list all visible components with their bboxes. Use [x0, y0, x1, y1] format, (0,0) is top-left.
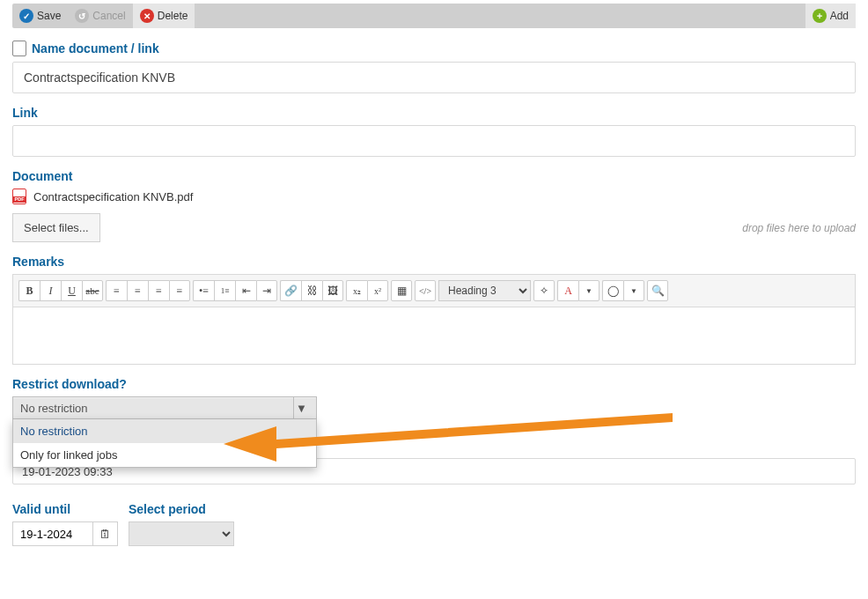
- valid-until-title: Valid until: [12, 502, 118, 516]
- valid-until-input[interactable]: [13, 528, 92, 541]
- subscript-button[interactable]: x₂: [346, 280, 367, 301]
- chevron-down-icon: ▼: [293, 397, 309, 418]
- restrict-dropdown-value: No restriction: [20, 402, 88, 415]
- link-title-text: Link: [12, 106, 38, 120]
- document-icon: [12, 41, 26, 56]
- delete-label: Delete: [158, 10, 188, 22]
- heading-select[interactable]: Heading 3: [438, 280, 531, 301]
- select-files-button[interactable]: Select files...: [12, 213, 100, 242]
- undo-icon: ↺: [75, 9, 89, 23]
- table-button[interactable]: ▦: [391, 280, 412, 301]
- plus-icon: ＋: [813, 9, 827, 23]
- drop-files-hint: drop files here to upload: [742, 222, 856, 234]
- underline-button[interactable]: U: [61, 280, 82, 301]
- ordered-list-button[interactable]: 1≡: [214, 280, 235, 301]
- restrict-dropdown-wrap: No restriction ▼ No restriction Only for…: [12, 396, 317, 419]
- valid-until-input-wrap: 🗓: [12, 521, 118, 546]
- font-color-dropdown[interactable]: ▼: [578, 280, 600, 301]
- document-section-title: Document: [12, 169, 856, 183]
- restrict-dropdown-list: No restriction Only for linked jobs: [12, 419, 317, 468]
- save-label: Save: [37, 10, 61, 22]
- rte-toolbar: B I U abc ≡ ≡ ≡ ≡ •≡ 1≡ ⇤ ⇥ 🔗 ⛓ 🖼: [13, 275, 855, 307]
- save-button[interactable]: ✓ Save: [12, 4, 68, 28]
- align-center-button[interactable]: ≡: [127, 280, 148, 301]
- restrict-title-text: Restrict download?: [12, 377, 127, 391]
- upload-row: Select files... drop files here to uploa…: [12, 213, 856, 242]
- unlink-button[interactable]: ⛓: [301, 280, 322, 301]
- search-button[interactable]: 🔍: [647, 280, 668, 301]
- add-label: Add: [830, 10, 849, 22]
- document-file-row: Contractspecification KNVB.pdf: [12, 189, 856, 204]
- code-button[interactable]: </>: [415, 280, 436, 301]
- image-button[interactable]: 🖼: [322, 280, 343, 301]
- pdf-icon: [12, 189, 26, 204]
- document-filename[interactable]: Contractspecification KNVB.pdf: [33, 190, 193, 203]
- check-icon: ✓: [19, 9, 33, 23]
- delete-button[interactable]: ✕ Delete: [133, 4, 195, 28]
- rich-text-editor: B I U abc ≡ ≡ ≡ ≡ •≡ 1≡ ⇤ ⇥ 🔗 ⛓ 🖼: [12, 274, 856, 365]
- outdent-button[interactable]: ⇤: [235, 280, 256, 301]
- font-color-button[interactable]: A: [557, 280, 578, 301]
- cancel-button[interactable]: ↺ Cancel: [68, 4, 132, 28]
- remarks-title-text: Remarks: [12, 255, 64, 269]
- action-toolbar: ✓ Save ↺ Cancel ✕ Delete ＋ Add: [12, 4, 856, 28]
- restrict-dropdown[interactable]: No restriction ▼: [12, 396, 317, 419]
- clear-format-button[interactable]: ✧: [533, 280, 555, 301]
- restrict-option-no-restriction[interactable]: No restriction: [13, 419, 316, 443]
- restrict-option-linked-jobs[interactable]: Only for linked jobs: [13, 443, 316, 467]
- name-input[interactable]: [12, 62, 856, 93]
- indent-button[interactable]: ⇥: [256, 280, 277, 301]
- link-button[interactable]: 🔗: [280, 280, 301, 301]
- link-section-title: Link: [12, 106, 856, 120]
- document-title-text: Document: [12, 169, 72, 183]
- align-justify-button[interactable]: ≡: [169, 280, 190, 301]
- cancel-label: Cancel: [92, 10, 125, 22]
- period-title-text: Select period: [129, 502, 206, 516]
- period-title: Select period: [129, 502, 234, 516]
- bg-color-button[interactable]: ◯: [602, 280, 623, 301]
- name-section-title: Name document / link: [12, 41, 856, 56]
- period-select[interactable]: [129, 521, 234, 546]
- link-input[interactable]: [12, 125, 856, 157]
- rte-body[interactable]: [13, 307, 855, 364]
- bold-button[interactable]: B: [18, 280, 40, 301]
- calendar-icon[interactable]: 🗓: [92, 522, 117, 545]
- remarks-section-title: Remarks: [12, 255, 856, 269]
- restrict-section-title: Restrict download?: [12, 377, 856, 391]
- align-left-button[interactable]: ≡: [106, 280, 127, 301]
- align-right-button[interactable]: ≡: [148, 280, 169, 301]
- valid-until-title-text: Valid until: [12, 502, 70, 516]
- italic-button[interactable]: I: [40, 280, 61, 301]
- bg-color-dropdown[interactable]: ▼: [623, 280, 644, 301]
- unordered-list-button[interactable]: •≡: [193, 280, 214, 301]
- strikethrough-button[interactable]: abc: [82, 280, 103, 301]
- add-button[interactable]: ＋ Add: [805, 4, 856, 28]
- close-icon: ✕: [140, 9, 154, 23]
- name-title-text: Name document / link: [32, 41, 159, 55]
- superscript-button[interactable]: x²: [367, 280, 388, 301]
